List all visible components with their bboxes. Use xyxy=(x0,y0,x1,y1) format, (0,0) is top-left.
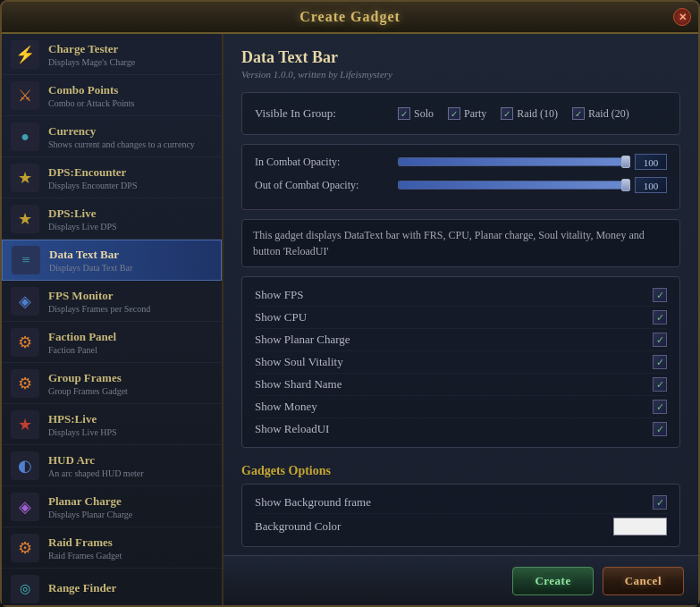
visible-option-2[interactable]: Raid (10) xyxy=(501,107,558,121)
check-mark-2[interactable] xyxy=(653,333,667,347)
visible-checkbox-1[interactable] xyxy=(448,107,460,120)
out-combat-slider-track[interactable] xyxy=(398,181,629,190)
checkbox-label-5: Show Money xyxy=(255,400,317,414)
checkbox-row-1: Show CPU xyxy=(255,307,667,329)
close-button[interactable]: ✕ xyxy=(673,8,691,26)
sidebar-text-13: Range Finder xyxy=(48,581,116,596)
sidebar-name-4: DPS:Live xyxy=(48,207,117,221)
checkbox-label-3: Show Soul Vitality xyxy=(255,355,343,369)
sidebar-text-0: Charge TesterDisplays Mage's Charge xyxy=(48,42,135,67)
in-combat-slider-container: 100 xyxy=(398,154,667,170)
sidebar-desc-0: Displays Mage's Charge xyxy=(48,57,135,67)
sidebar: ⚡Charge TesterDisplays Mage's Charge⚔Com… xyxy=(2,34,223,605)
sidebar-item-dps-encounter[interactable]: ★DPS:EncounterDisplays Encounter DPS xyxy=(2,157,222,198)
sidebar-desc-5: Displays Data Text Bar xyxy=(49,263,132,273)
checkbox-label-0: Show FPS xyxy=(255,288,304,302)
sidebar-icon-10: ◐ xyxy=(11,451,39,480)
visible-label-1: Party xyxy=(464,107,486,121)
in-combat-opacity-value: 100 xyxy=(635,154,667,170)
sidebar-item-group-frames[interactable]: ⚙Group FramesGroup Frames Gadget xyxy=(2,363,222,404)
sidebar-item-combo-points[interactable]: ⚔Combo PointsCombo or Attack Points xyxy=(2,75,222,116)
sidebar-name-7: Faction Panel xyxy=(48,330,116,344)
sidebar-desc-9: Displays Live HPS xyxy=(48,427,117,437)
checkbox-row-2: Show Planar Charge xyxy=(255,329,667,351)
sidebar-icon-12: ⚙ xyxy=(11,534,39,562)
sidebar-name-3: DPS:Encounter xyxy=(48,165,137,180)
check-mark-6[interactable] xyxy=(653,422,667,436)
sidebar-item-currency[interactable]: ●CurrencyShows current and changes to a … xyxy=(2,116,222,157)
sidebar-desc-4: Displays Live DPS xyxy=(48,222,117,232)
sidebar-item-planar-charge[interactable]: ◈Planar ChargeDisplays Planar Charge xyxy=(2,486,222,527)
gadget-title: Data Text Bar xyxy=(241,48,680,67)
sidebar-icon-13: ◎ xyxy=(11,575,39,603)
sidebar-desc-3: Displays Encounter DPS xyxy=(48,181,137,190)
check-mark-4[interactable] xyxy=(653,377,667,392)
sidebar-icon-9: ★ xyxy=(11,410,39,439)
sidebar-item-fps-monitor[interactable]: ◈FPS MonitorDisplays Frames per Second xyxy=(2,281,222,322)
sidebar-icon-6: ◈ xyxy=(11,287,39,316)
in-combat-slider-track[interactable] xyxy=(398,157,629,166)
sidebar-text-3: DPS:EncounterDisplays Encounter DPS xyxy=(48,165,137,190)
description-text: This gadget displays DataText bar with F… xyxy=(253,229,645,257)
gadgets-option-row-0: Show Background frame xyxy=(255,492,667,514)
sidebar-item-dps-live[interactable]: ★DPS:LiveDisplays Live DPS xyxy=(2,198,222,240)
create-gadget-window: Create Gadget ✕ ⚡Charge TesterDisplays M… xyxy=(0,0,700,607)
sidebar-item-hud-arc[interactable]: ◐HUD ArcAn arc shaped HUD meter xyxy=(2,445,222,486)
sidebar-icon-11: ◈ xyxy=(11,493,39,521)
visible-label-3: Raid (20) xyxy=(588,107,629,121)
check-mark-3[interactable] xyxy=(653,355,667,369)
checkbox-row-3: Show Soul Vitality xyxy=(255,351,667,374)
sidebar-name-11: Planar Charge xyxy=(48,494,132,509)
in-combat-slider-fill xyxy=(399,158,628,165)
sidebar-item-data-text-bar[interactable]: ≡Data Text BarDisplays Data Text Bar xyxy=(2,240,222,281)
sidebar-text-4: DPS:LiveDisplays Live DPS xyxy=(48,207,117,232)
sidebar-desc-11: Displays Planar Charge xyxy=(48,510,132,519)
sidebar-item-range-finder[interactable]: ◎Range Finder xyxy=(2,569,222,605)
sidebar-name-9: HPS:Live xyxy=(48,412,117,426)
check-mark-5[interactable] xyxy=(653,400,667,414)
sidebar-item-hps-live[interactable]: ★HPS:LiveDisplays Live HPS xyxy=(2,404,222,445)
sidebar-icon-4: ★ xyxy=(11,205,39,233)
checkbox-label-6: Show ReloadUI xyxy=(255,422,329,436)
checkbox-label-2: Show Planar Charge xyxy=(255,333,350,347)
background-color-picker[interactable] xyxy=(613,518,667,535)
sidebar-text-2: CurrencyShows current and changes to a c… xyxy=(48,124,195,149)
sidebar-text-8: Group FramesGroup Frames Gadget xyxy=(48,371,128,396)
sidebar-item-faction-panel[interactable]: ⚙Faction PanelFaction Panel xyxy=(2,322,222,363)
visible-checkbox-3[interactable] xyxy=(572,107,585,120)
gadgets-option-row-1: Background Color xyxy=(255,514,667,539)
sidebar-desc-10: An arc shaped HUD meter xyxy=(48,468,144,478)
title-bar: Create Gadget ✕ xyxy=(2,2,698,34)
out-combat-slider-container: 100 xyxy=(398,177,667,193)
out-combat-slider-thumb[interactable] xyxy=(621,179,630,191)
visible-in-group-label: Visible In Group: xyxy=(255,106,398,121)
sidebar-icon-7: ⚙ xyxy=(11,328,39,357)
sidebar-desc-6: Displays Frames per Second xyxy=(48,304,150,314)
visible-option-3[interactable]: Raid (20) xyxy=(572,107,629,121)
sidebar-text-7: Faction PanelFaction Panel xyxy=(48,330,116,355)
sidebar-item-charge-tester[interactable]: ⚡Charge TesterDisplays Mage's Charge xyxy=(2,34,222,75)
visible-checkbox-0[interactable] xyxy=(398,107,410,120)
description-box: This gadget displays DataText bar with F… xyxy=(241,219,680,267)
cancel-button[interactable]: Cancel xyxy=(603,567,684,595)
sidebar-desc-12: Raid Frames Gadget xyxy=(48,551,122,561)
sidebar-item-raid-frames[interactable]: ⚙Raid FramesRaid Frames Gadget xyxy=(2,527,222,569)
gadgets-check-mark-0[interactable] xyxy=(653,495,667,510)
sidebar-icon-1: ⚔ xyxy=(11,81,39,110)
bottom-bar: Create Cancel xyxy=(223,555,698,605)
visible-option-0[interactable]: Solo xyxy=(398,107,434,121)
sidebar-text-1: Combo PointsCombo or Attack Points xyxy=(48,83,134,108)
visible-option-1[interactable]: Party xyxy=(448,107,486,121)
gadgets-options-section: Show Background frameBackground Color xyxy=(241,484,680,547)
visible-checkbox-2[interactable] xyxy=(501,107,513,120)
sidebar-name-12: Raid Frames xyxy=(48,535,122,550)
in-combat-slider-thumb[interactable] xyxy=(621,156,630,168)
checkbox-row-4: Show Shard Name xyxy=(255,374,667,396)
check-mark-0[interactable] xyxy=(653,288,667,302)
create-button[interactable]: Create xyxy=(512,567,593,595)
check-mark-1[interactable] xyxy=(653,310,667,325)
sidebar-name-6: FPS Monitor xyxy=(48,289,150,303)
in-combat-opacity-row: In Combat Opacity: 100 xyxy=(255,154,667,170)
gadgets-option-label-0: Show Background frame xyxy=(255,495,371,510)
sidebar-desc-8: Group Frames Gadget xyxy=(48,386,128,396)
